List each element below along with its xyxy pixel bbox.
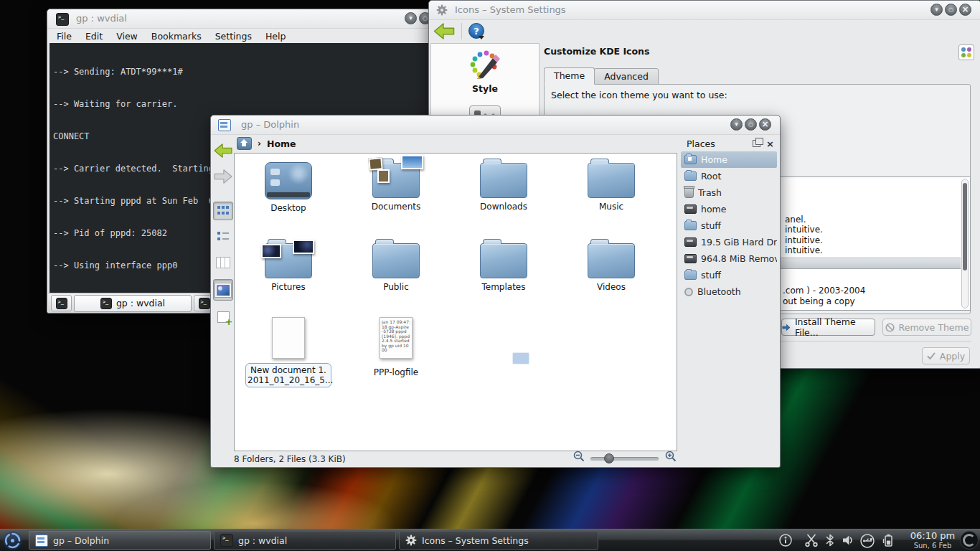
home-folder-icon[interactable] bbox=[237, 137, 252, 150]
folder-item-templates[interactable]: Templates bbox=[457, 237, 550, 292]
places-item-root[interactable]: Root bbox=[681, 168, 777, 184]
menu-file[interactable]: File bbox=[57, 31, 72, 42]
notifications-icon[interactable] bbox=[778, 533, 793, 550]
document-icon bbox=[272, 317, 305, 359]
battery-icon[interactable] bbox=[881, 533, 895, 551]
terminal-title: gp : wvdial bbox=[76, 13, 127, 24]
close-button[interactable] bbox=[759, 118, 771, 131]
gear-icon bbox=[436, 4, 448, 19]
overview-button[interactable] bbox=[958, 44, 974, 60]
dolphin-toolbar bbox=[212, 141, 234, 326]
clipboard-scissors-icon[interactable] bbox=[804, 533, 819, 550]
device-notifier-icon[interactable] bbox=[859, 533, 875, 551]
zoom-slider[interactable] bbox=[590, 457, 659, 461]
apply-button[interactable]: Apply bbox=[922, 347, 970, 364]
details-view-icon bbox=[217, 232, 229, 242]
maximize-button[interactable] bbox=[945, 4, 957, 16]
downloads-folder-icon bbox=[480, 163, 527, 198]
maximize-button[interactable] bbox=[745, 118, 757, 131]
split-view-button[interactable] bbox=[213, 308, 233, 326]
places-item-home[interactable]: Home bbox=[681, 151, 777, 168]
places-item-stuff-2[interactable]: stuff bbox=[681, 267, 777, 283]
folder-item-pictures[interactable]: Pictures bbox=[242, 237, 335, 292]
folder-item-documents[interactable]: Documents bbox=[349, 156, 443, 212]
import-icon bbox=[782, 323, 791, 332]
places-item-removable[interactable]: 964.8 MiB Remov... bbox=[681, 250, 777, 267]
templates-folder-icon bbox=[480, 243, 527, 278]
details-view-button[interactable] bbox=[213, 227, 233, 246]
scrollbar[interactable] bbox=[961, 179, 969, 309]
minimize-button[interactable] bbox=[930, 4, 943, 16]
menu-settings[interactable]: Settings bbox=[215, 31, 252, 42]
public-folder-icon bbox=[372, 243, 420, 278]
terminal-tab[interactable]: gp : wvdial bbox=[74, 295, 192, 312]
clock-time: 06:10 pm bbox=[910, 531, 956, 540]
terminal-app-icon bbox=[220, 534, 233, 547]
places-item-bluetooth[interactable]: Bluetooth bbox=[681, 283, 777, 300]
forward-button[interactable] bbox=[213, 167, 233, 186]
back-button[interactable] bbox=[433, 22, 455, 43]
trash-icon bbox=[684, 187, 694, 198]
panel-cashew-button[interactable] bbox=[960, 531, 979, 550]
terminal-titlebar[interactable]: gp : wvdial bbox=[47, 9, 437, 29]
tab-advanced[interactable]: Advanced bbox=[594, 68, 659, 85]
dolphin-title: gp – Dolphin bbox=[241, 119, 299, 130]
new-tab-button[interactable] bbox=[51, 295, 72, 311]
logfile-icon: Jan 17 09:47:18 gp-Aspire-5738 pppd[1946… bbox=[380, 317, 413, 359]
home-icon bbox=[684, 155, 697, 164]
clock[interactable]: 06:10 pm Sun, 6 Feb bbox=[910, 531, 956, 550]
task-dolphin[interactable]: gp – Dolphin bbox=[29, 531, 211, 550]
places-item-stuff[interactable]: stuff bbox=[681, 217, 777, 234]
removable-drive-icon bbox=[684, 254, 697, 263]
volume-icon[interactable] bbox=[841, 533, 855, 550]
preview-icon bbox=[215, 283, 231, 297]
float-panel-icon[interactable] bbox=[753, 140, 760, 147]
folder-item-downloads[interactable]: Downloads bbox=[457, 156, 550, 212]
bluetooth-icon[interactable] bbox=[824, 533, 836, 550]
terminal-menubar: File Edit View Bookmarks Settings Help bbox=[47, 29, 437, 43]
folder-item-videos[interactable]: Videos bbox=[565, 237, 658, 292]
places-item-hard-drive[interactable]: 19.5 GiB Hard Drive bbox=[681, 234, 777, 250]
taskbar: gp – Dolphin gp : wvdial Icons – System … bbox=[0, 529, 980, 551]
folder-item-desktop[interactable]: Desktop bbox=[242, 156, 335, 213]
file-item-ppp-logfile[interactable]: Jan 17 09:47:18 gp-Aspire-5738 pppd[1946… bbox=[349, 313, 443, 377]
close-button[interactable] bbox=[959, 4, 971, 16]
preview-button[interactable] bbox=[213, 279, 233, 301]
drive-icon bbox=[684, 204, 697, 214]
system-settings-titlebar[interactable]: Icons – System Settings bbox=[429, 1, 980, 20]
close-panel-icon[interactable] bbox=[766, 139, 774, 149]
zoom-in-icon[interactable] bbox=[665, 451, 677, 465]
tab-theme[interactable]: Theme bbox=[544, 67, 595, 85]
back-button[interactable] bbox=[213, 141, 233, 160]
folder-item-music[interactable]: Music bbox=[565, 156, 658, 212]
app-launcher-button[interactable] bbox=[2, 530, 23, 551]
menu-help[interactable]: Help bbox=[265, 31, 286, 42]
zoom-slider-handle[interactable] bbox=[604, 453, 614, 463]
task-system-settings[interactable]: Icons – System Settings bbox=[399, 531, 598, 550]
places-item-home-partition[interactable]: home bbox=[681, 201, 777, 217]
install-theme-button[interactable]: Install Theme File... bbox=[781, 319, 875, 336]
remove-theme-button[interactable]: Remove Theme bbox=[882, 319, 971, 336]
menu-bookmarks[interactable]: Bookmarks bbox=[151, 31, 202, 42]
chevron-down-icon bbox=[479, 36, 484, 39]
dolphin-titlebar[interactable]: gp – Dolphin bbox=[211, 116, 780, 135]
file-item-new-document[interactable]: New document 1. 2011_01_20_16_5... bbox=[242, 313, 335, 387]
icons-view-button[interactable] bbox=[213, 202, 233, 220]
columns-view-button[interactable] bbox=[213, 253, 233, 272]
menu-edit[interactable]: Edit bbox=[85, 31, 103, 42]
folder-icon bbox=[684, 171, 697, 181]
terminal-tab-icon bbox=[100, 298, 112, 309]
gear-icon bbox=[405, 534, 417, 546]
minimize-button[interactable] bbox=[405, 12, 417, 24]
breadcrumb-home[interactable]: Home bbox=[267, 138, 296, 149]
folder-item-public[interactable]: Public bbox=[349, 237, 443, 292]
folder-view[interactable]: Desktop Documents Downloads Music bbox=[234, 153, 677, 451]
zoom-out-icon[interactable] bbox=[573, 451, 585, 465]
scrollbar-thumb[interactable] bbox=[963, 183, 967, 270]
select-theme-label: Select the icon theme you want to use: bbox=[551, 90, 727, 100]
folder-icon bbox=[684, 270, 697, 280]
menu-view[interactable]: View bbox=[116, 31, 138, 42]
places-item-trash[interactable]: Trash bbox=[681, 184, 777, 201]
minimize-button[interactable] bbox=[730, 118, 743, 131]
task-wvdial[interactable]: gp : wvdial bbox=[214, 531, 396, 550]
